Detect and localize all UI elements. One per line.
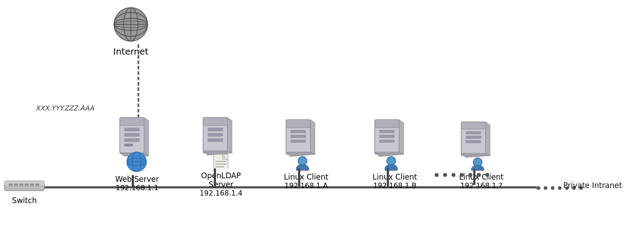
- linux-client-a-node: Linux Client 192.168.1.A: [284, 118, 328, 190]
- openldap-server-node: OpenLDAP Server 192.168.1.4: [200, 115, 243, 197]
- internet-icon: Internet: [111, 4, 151, 57]
- svg-point-46: [298, 157, 307, 165]
- svg-rect-20: [124, 144, 133, 146]
- svg-rect-18: [124, 133, 140, 137]
- svg-rect-51: [379, 135, 395, 138]
- svg-marker-53: [399, 120, 404, 154]
- svg-rect-52: [379, 140, 395, 143]
- switch-device: Switch: [2, 177, 47, 205]
- svg-rect-29: [208, 128, 223, 131]
- svg-marker-44: [310, 120, 315, 154]
- linux-client-n-node: Linux Client 192.168.1.?: [459, 120, 503, 190]
- svg-rect-59: [466, 131, 481, 134]
- switch-label: Switch: [12, 196, 37, 205]
- svg-rect-11: [20, 184, 23, 186]
- svg-rect-42: [291, 135, 306, 138]
- svg-marker-21: [144, 118, 149, 156]
- svg-rect-58: [461, 122, 486, 129]
- network-diagram: Internet XXX.YYY.ZZZ.AAA Private Intrane…: [0, 0, 644, 243]
- linux-client-b-ip: 192.168.1.B: [373, 181, 417, 190]
- internet-ip-label: XXX.YYY.ZZZ.AAA: [35, 104, 94, 112]
- web-server-label: Web Server: [115, 175, 159, 184]
- svg-rect-12: [25, 184, 28, 186]
- svg-rect-49: [375, 120, 399, 128]
- svg-marker-45: [286, 152, 315, 157]
- linux-client-b-node: Linux Client 192.168.1.B: [373, 118, 417, 190]
- linux-client-a-ip: 192.168.1.A: [284, 181, 328, 190]
- svg-rect-16: [120, 118, 144, 125]
- svg-rect-40: [286, 120, 310, 128]
- svg-rect-61: [466, 140, 481, 143]
- internet-label: Internet: [113, 46, 148, 57]
- svg-rect-28: [203, 118, 228, 125]
- web-server-ip: 192.168.1.1: [115, 184, 159, 192]
- private-intranet-label: Private Intranet: [563, 181, 622, 190]
- svg-rect-10: [14, 184, 18, 186]
- svg-rect-13: [30, 184, 34, 186]
- node-continuation-dots: [435, 173, 489, 177]
- svg-rect-31: [208, 138, 223, 142]
- svg-point-55: [387, 157, 396, 165]
- linux-client-b-label: Linux Client: [373, 172, 417, 181]
- svg-marker-63: [461, 153, 490, 157]
- svg-rect-41: [291, 130, 306, 133]
- svg-rect-9: [9, 184, 12, 186]
- svg-rect-43: [291, 140, 306, 143]
- linux-client-n-ip: 192.168.1.?: [459, 181, 503, 190]
- openldap-label: OpenLDAP: [200, 171, 243, 180]
- openldap-label2: Server: [200, 180, 243, 189]
- svg-marker-32: [228, 118, 232, 153]
- svg-rect-30: [208, 133, 223, 137]
- web-server-node: Web Server 192.168.1.1: [115, 115, 159, 192]
- svg-marker-54: [375, 152, 404, 157]
- svg-rect-60: [466, 136, 481, 139]
- openldap-ip: 192.168.1.4: [200, 189, 243, 197]
- svg-rect-14: [35, 184, 39, 186]
- svg-rect-19: [124, 138, 140, 142]
- svg-marker-62: [486, 122, 490, 156]
- linux-client-a-label: Linux Client: [284, 172, 328, 181]
- svg-rect-17: [124, 128, 140, 131]
- svg-rect-50: [379, 130, 395, 133]
